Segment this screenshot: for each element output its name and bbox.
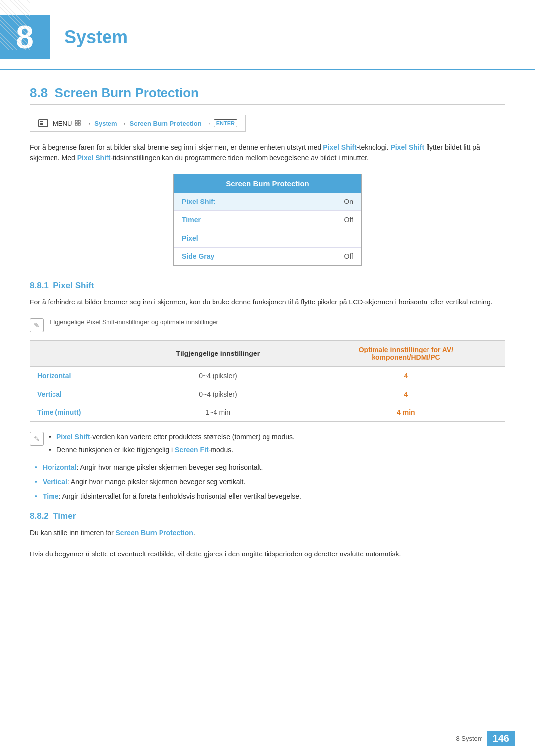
svg-rect-2	[75, 123, 77, 125]
timer-label: Timer	[182, 216, 201, 224]
svg-rect-3	[78, 123, 80, 125]
time-label: Time (minutt)	[30, 403, 129, 422]
menu-section: Screen Burn Protection	[130, 120, 202, 127]
grid-icon	[75, 120, 82, 127]
section-heading-8-8: 8.8 Screen Burn Protection	[30, 85, 505, 105]
bullet-vertical: Vertical: Angir hvor mange piksler skjer…	[35, 477, 505, 487]
arrow1: →	[85, 120, 91, 127]
note-icon-2	[30, 432, 44, 446]
note-icon-1	[30, 318, 44, 332]
page-number: 146	[487, 731, 515, 746]
timer-body1: Du kan stille inn timeren for Screen Bur…	[30, 527, 505, 538]
table-row-time: Time (minutt) 1~4 min 4 min	[30, 403, 505, 422]
bullet-horizontal: Horizontal: Angir hvor mange piksler skj…	[35, 462, 505, 473]
vertical-label: Vertical	[30, 385, 129, 403]
hatch-decoration	[0, 0, 30, 50]
table-col-optimal: Optimale innstillinger for AV/komponent/…	[307, 341, 505, 367]
svg-rect-1	[78, 120, 80, 122]
chapter-title: System	[64, 27, 128, 48]
chapter-header: 8 System	[0, 0, 535, 70]
note-bullet-item-1: Pixel Shift-verdien kan variere etter pr…	[49, 432, 295, 442]
table-row-horizontal: Horizontal 0~4 (piksler) 4	[30, 367, 505, 385]
side-gray-value: Off	[344, 252, 353, 260]
ui-menu-side-gray[interactable]: Side Gray Off	[174, 248, 361, 265]
timer-body2: Hvis du begynner å slette et eventuelt r…	[30, 549, 505, 559]
svg-rect-0	[75, 120, 77, 122]
vertical-optimal: 4	[307, 385, 505, 403]
horizontal-label: Horizontal	[30, 367, 129, 385]
menu-label: MENU	[53, 120, 72, 127]
arrow3: →	[205, 120, 211, 127]
side-gray-label: Side Gray	[182, 252, 214, 260]
enter-icon: ENTER	[214, 119, 237, 127]
footer-label: 8 System	[456, 735, 482, 742]
main-content: 8.8 Screen Burn Protection MENU → System…	[0, 70, 535, 599]
screen-burn-protection-ui: Screen Burn Protection Pixel Shift On Ti…	[173, 174, 362, 266]
note-bullet-item-2: Denne funksjonen er ikke tilgjengelig i …	[49, 445, 295, 455]
subheading-881: 8.8.1 Pixel Shift	[30, 281, 505, 291]
ui-box-header: Screen Burn Protection	[174, 174, 361, 193]
time-range: 1~4 min	[129, 403, 307, 422]
subheading-882: 8.8.2 Timer	[30, 511, 505, 521]
arrow2: →	[120, 120, 127, 127]
pixel-shift-note-row: Tilgjengelige Pixel Shift-innstillinger …	[30, 317, 505, 332]
page-footer: 8 System 146	[456, 731, 515, 746]
vertical-range: 0~4 (piksler)	[129, 385, 307, 403]
ui-menu-pixel[interactable]: Pixel	[174, 229, 361, 248]
description-bullets: Horizontal: Angir hvor mange piksler skj…	[30, 462, 505, 502]
time-optimal: 4 min	[307, 403, 505, 422]
ui-menu-pixel-shift[interactable]: Pixel Shift On	[174, 193, 361, 211]
bullet-time: Time: Angir tidsintervallet for å foreta…	[35, 491, 505, 502]
note-bullet-box: Pixel Shift-verdien kan variere etter pr…	[30, 432, 505, 457]
horizontal-optimal: 4	[307, 367, 505, 385]
table-row-vertical: Vertical 0~4 (piksler) 4	[30, 385, 505, 403]
timer-value: Off	[344, 216, 353, 224]
table-col-empty	[30, 341, 129, 367]
pixel-shift-label: Pixel Shift	[182, 198, 215, 205]
pixel-shift-body: For å forhindre at bilder brenner seg in…	[30, 297, 505, 307]
note-bullet-list: Pixel Shift-verdien kan variere etter pr…	[49, 432, 295, 457]
intro-paragraph: For å begrense faren for at bilder skal …	[30, 142, 505, 164]
menu-icon	[38, 119, 48, 127]
pixel-shift-value: On	[344, 198, 353, 205]
pixel-shift-note-text: Tilgjengelige Pixel Shift-innstillinger …	[49, 317, 218, 327]
pixel-shift-table: Tilgjengelige innstillinger Optimale inn…	[30, 340, 505, 422]
menu-system: System	[94, 120, 117, 127]
pixel-label: Pixel	[182, 234, 198, 242]
menu-path-box: MENU → System → Screen Burn Protection →…	[30, 115, 246, 132]
ui-menu-timer[interactable]: Timer Off	[174, 211, 361, 229]
table-col-available: Tilgjengelige innstillinger	[129, 341, 307, 367]
horizontal-range: 0~4 (piksler)	[129, 367, 307, 385]
